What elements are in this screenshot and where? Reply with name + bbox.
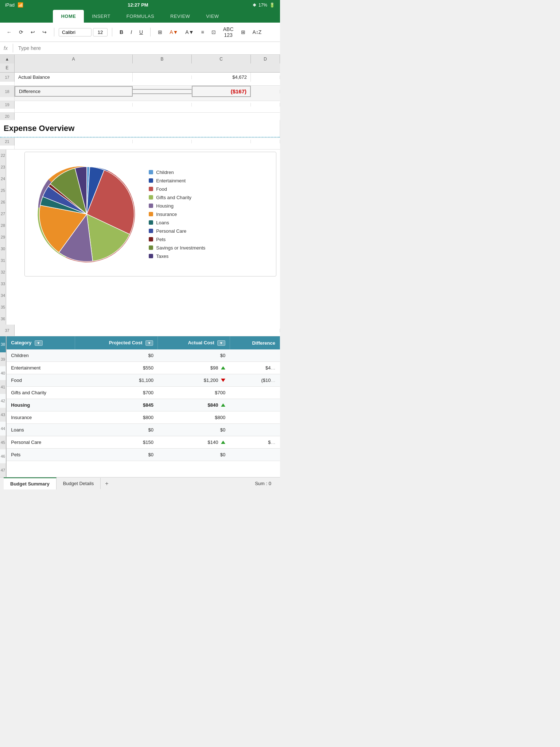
- row-18-e[interactable]: [0, 97, 15, 101]
- col-a-header[interactable]: A: [15, 55, 133, 63]
- row-18-c[interactable]: ($167): [192, 86, 251, 97]
- add-sheet-button[interactable]: +: [101, 478, 113, 489]
- td-children-diff[interactable]: [230, 349, 280, 362]
- row-19-d[interactable]: [251, 103, 280, 107]
- tab-view[interactable]: VIEW: [198, 10, 227, 23]
- td-entertainment-proj[interactable]: $550: [75, 362, 158, 374]
- tab-home[interactable]: HOME: [53, 10, 84, 23]
- td-gifts-diff[interactable]: [230, 387, 280, 399]
- td-loans-cat[interactable]: Loans: [7, 424, 75, 436]
- th-projected[interactable]: Projected Cost▼: [75, 336, 158, 349]
- td-housing-actual[interactable]: $840: [158, 399, 230, 411]
- col-c-header[interactable]: C: [192, 55, 251, 63]
- bold-button[interactable]: B: [117, 28, 126, 36]
- row-19-c[interactable]: [192, 103, 251, 107]
- font-color-button[interactable]: A▼: [182, 28, 197, 36]
- row-17-b[interactable]: [133, 76, 192, 79]
- font-size-input[interactable]: [93, 28, 108, 36]
- row-17-c[interactable]: $4,672: [192, 73, 251, 82]
- tab-formulas[interactable]: FORMULAS: [118, 10, 162, 23]
- italic-button[interactable]: I: [128, 28, 135, 36]
- row-17-d[interactable]: [251, 76, 280, 79]
- td-personalcare-proj[interactable]: $150: [75, 436, 158, 449]
- td-food-actual[interactable]: $1,200: [158, 374, 230, 387]
- undo-button[interactable]: ↩: [28, 28, 38, 36]
- font-name-input[interactable]: [59, 28, 92, 36]
- merge-button[interactable]: ⊞: [155, 28, 165, 36]
- refresh-button[interactable]: ⟳: [16, 28, 26, 36]
- td-entertainment-diff[interactable]: $4…: [230, 362, 280, 374]
- td-housing-proj[interactable]: $845: [75, 399, 158, 411]
- fill-color-button[interactable]: A▼: [167, 28, 181, 36]
- row-18-d[interactable]: [251, 90, 280, 93]
- col-d-header[interactable]: D: [251, 55, 280, 63]
- wrap-button[interactable]: ⊡: [209, 28, 219, 36]
- th-actual[interactable]: Actual Cost▼: [158, 336, 230, 349]
- row-21-e[interactable]: [0, 146, 15, 149]
- td-loans-proj[interactable]: $0: [75, 424, 158, 436]
- number-format-button[interactable]: ABC123: [220, 25, 237, 39]
- row-21-c[interactable]: [192, 140, 251, 143]
- td-food-proj[interactable]: $1,100: [75, 374, 158, 387]
- underline-button[interactable]: U: [136, 28, 146, 36]
- td-pets-proj[interactable]: $0: [75, 449, 158, 461]
- td-insurance-diff[interactable]: [230, 411, 280, 424]
- tab-budget-details[interactable]: Budget Details: [57, 478, 101, 489]
- formula-input[interactable]: [18, 45, 276, 51]
- td-food-diff[interactable]: ($10…: [230, 374, 280, 387]
- row-20-title[interactable]: Expense Overview: [0, 120, 280, 138]
- td-insurance-cat[interactable]: Insurance: [7, 411, 75, 424]
- row-19-e[interactable]: [0, 109, 15, 112]
- td-entertainment-actual[interactable]: $98: [158, 362, 230, 374]
- td-entertainment-cat[interactable]: Entertainment: [7, 362, 75, 374]
- td-children-cat[interactable]: Children: [7, 349, 75, 362]
- row-19-b[interactable]: [133, 103, 192, 107]
- tab-insert[interactable]: INSERT: [84, 10, 118, 23]
- td-pets-diff[interactable]: [230, 449, 280, 461]
- row-17-e[interactable]: [0, 82, 15, 85]
- td-gifts-actual[interactable]: $700: [158, 387, 230, 399]
- tab-budget-summary[interactable]: Budget Summary: [4, 477, 57, 489]
- td-children-actual[interactable]: $0: [158, 349, 230, 362]
- legend-label-taxes: Taxes: [156, 253, 168, 259]
- row-19-a[interactable]: [15, 103, 133, 107]
- legend-color-loans: [149, 220, 153, 225]
- row-17-a[interactable]: Actual Balance: [15, 73, 133, 82]
- redo-button[interactable]: ↪: [39, 28, 50, 36]
- filter-btn-cat[interactable]: ▼: [35, 340, 43, 346]
- td-loans-diff[interactable]: [230, 424, 280, 436]
- row-37-a[interactable]: [15, 329, 280, 332]
- row-21-b[interactable]: [133, 140, 192, 143]
- td-personalcare-diff[interactable]: $…: [230, 436, 280, 449]
- td-insurance-proj[interactable]: $800: [75, 411, 158, 424]
- row-18-b[interactable]: [133, 89, 192, 94]
- row-21-d[interactable]: [251, 140, 280, 143]
- td-children-proj[interactable]: $0: [75, 349, 158, 362]
- td-loans-actual[interactable]: $0: [158, 424, 230, 436]
- td-pets-cat[interactable]: Pets: [7, 449, 75, 461]
- td-insurance-actual[interactable]: $800: [158, 411, 230, 424]
- td-pets-actual[interactable]: $0: [158, 449, 230, 461]
- col-e-header[interactable]: E: [0, 63, 15, 72]
- td-gifts-cat[interactable]: Gifts and Charity: [7, 387, 75, 399]
- filter-btn-proj[interactable]: ▼: [145, 340, 153, 346]
- th-category[interactable]: Category▼: [7, 336, 75, 349]
- td-personalcare-cat[interactable]: Personal Care: [7, 436, 75, 449]
- sort-button[interactable]: A↕Z: [250, 28, 265, 36]
- td-gifts-proj[interactable]: $700: [75, 387, 158, 399]
- row-21-a[interactable]: [15, 140, 133, 143]
- row-46-num: 46: [0, 449, 6, 463]
- border-button[interactable]: ⊞: [238, 28, 248, 36]
- td-food-cat[interactable]: Food: [7, 374, 75, 387]
- filter-btn-act[interactable]: ▼: [217, 340, 225, 346]
- tab-review[interactable]: REVIEW: [162, 10, 198, 23]
- legend-children: Children: [149, 170, 269, 175]
- col-b-header[interactable]: B: [133, 55, 192, 63]
- td-housing-diff[interactable]: [230, 399, 280, 411]
- td-housing-cat[interactable]: Housing: [7, 399, 75, 411]
- th-difference[interactable]: Difference: [230, 336, 280, 349]
- row-18-a[interactable]: Difference: [15, 86, 133, 97]
- align-button[interactable]: ≡: [198, 28, 207, 36]
- td-personalcare-actual[interactable]: $140: [158, 436, 230, 449]
- back-button[interactable]: ←: [4, 28, 15, 36]
